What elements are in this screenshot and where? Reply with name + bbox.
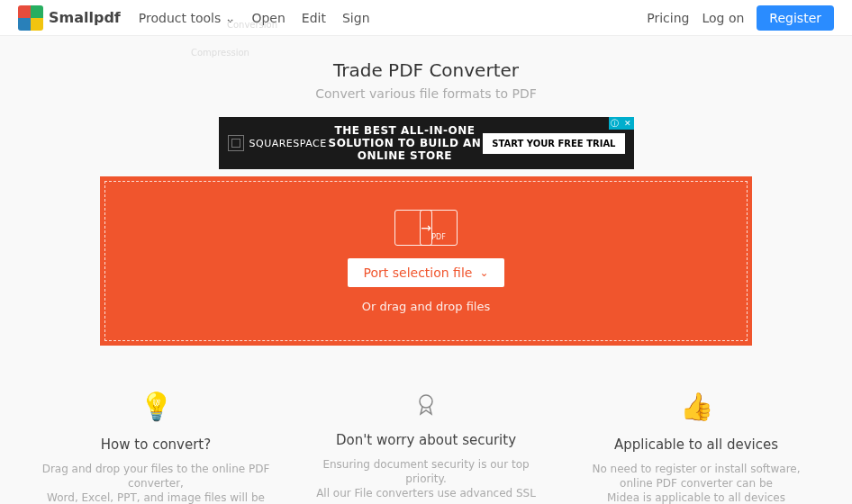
select-file-button[interactable]: Port selection file <box>348 258 505 287</box>
nav-product-tools[interactable]: Product tools <box>139 11 236 25</box>
lightbulb-icon: 💡 <box>37 391 275 422</box>
top-nav: Smallpdf Product tools Open Edit Sign Pr… <box>0 0 852 36</box>
svg-point-0 <box>420 395 432 408</box>
feature-text: All our File converters use advanced SSL… <box>307 486 545 504</box>
dropzone-inner[interactable]: → Port selection file Or drag and drop f… <box>104 181 748 341</box>
ribbon-icon <box>307 391 545 418</box>
feature-title: Applicable to all devices <box>577 436 815 453</box>
feature-how-to: 💡 How to convert? Drag and drop your fil… <box>21 391 291 504</box>
thumbs-up-icon: 👍 <box>577 391 815 422</box>
feature-devices: 👍 Applicable to all devices No need to r… <box>561 391 831 504</box>
nav-sign[interactable]: Sign <box>342 11 370 25</box>
nav-logon[interactable]: Log on <box>702 11 744 25</box>
feature-text: Word, Excel, PPT, and image files will b… <box>37 490 275 504</box>
feature-title: How to convert? <box>37 436 275 453</box>
logo-icon <box>18 5 43 31</box>
feature-text: Drag and drop your files to the online P… <box>37 462 275 490</box>
watermark-compression: Compression <box>191 48 249 58</box>
feature-title: Don't worry about security <box>307 432 545 448</box>
ad-banner[interactable]: ⓘ✕ SQUARESPACE THE BEST ALL-IN-ONE SOLUT… <box>219 117 634 169</box>
nav-pricing[interactable]: Pricing <box>647 11 689 25</box>
nav-edit[interactable]: Edit <box>302 11 326 25</box>
page-title: Trade PDF Converter <box>0 59 852 81</box>
ad-cta-button[interactable]: START YOUR FREE TRIAL <box>483 133 624 154</box>
brand-name: Smallpdf <box>49 9 121 26</box>
brand-logo[interactable]: Smallpdf <box>18 5 121 31</box>
feature-text: No need to register or install software,… <box>577 462 815 490</box>
nav-right: Pricing Log on Register <box>647 5 834 31</box>
ad-headline: THE BEST ALL-IN-ONE SOLUTION TO BUILD AN… <box>327 124 484 162</box>
feature-text: Midea is applicable to all devices <box>577 490 815 504</box>
hero: Trade PDF Converter Convert various file… <box>0 36 852 101</box>
features-row: 💡 How to convert? Drag and drop your fil… <box>0 346 852 504</box>
page-subtitle: Convert various file formats to PDF <box>0 86 852 101</box>
feature-text: Ensuring document security is our top pr… <box>307 457 545 486</box>
register-button[interactable]: Register <box>757 5 834 31</box>
file-convert-icon: → <box>394 210 458 246</box>
watermark-conversion: Conversion <box>227 20 277 30</box>
adchoices-icon[interactable]: ⓘ✕ <box>609 117 634 130</box>
ad-brand: SQUARESPACE <box>228 135 327 151</box>
drag-hint: Or drag and drop files <box>362 300 490 313</box>
dropzone[interactable]: → Port selection file Or drag and drop f… <box>100 176 752 346</box>
feature-security: Don't worry about security Ensuring docu… <box>291 391 561 504</box>
